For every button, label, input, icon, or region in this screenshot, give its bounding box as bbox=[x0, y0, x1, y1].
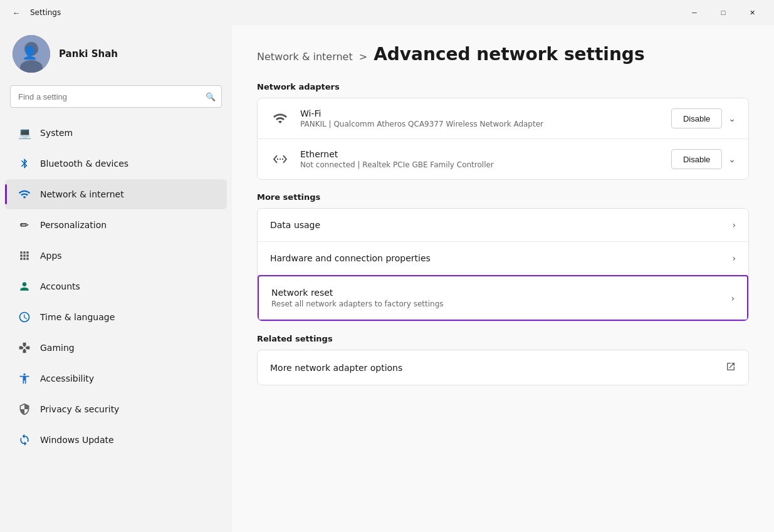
close-button[interactable]: ✕ bbox=[738, 3, 766, 23]
personalization-icon: ✏️ bbox=[18, 218, 31, 232]
sidebar-item-apps[interactable]: Apps bbox=[5, 241, 227, 271]
adapters-list: Wi-Fi PANKIL | Qualcomm Atheros QCA9377 … bbox=[257, 98, 749, 180]
adapters-section-label: Network adapters bbox=[257, 82, 749, 91]
sidebar-label-personalization: Personalization bbox=[40, 220, 107, 230]
privacy-icon bbox=[18, 402, 31, 416]
sidebar-label-update: Windows Update bbox=[40, 435, 114, 445]
data-usage-row[interactable]: Data usage › bbox=[258, 209, 748, 242]
avatar: 👤 bbox=[13, 35, 50, 73]
wifi-actions: Disable ⌄ bbox=[671, 108, 736, 128]
external-link-icon bbox=[726, 362, 736, 373]
sidebar-label-bluetooth: Bluetooth & devices bbox=[40, 159, 128, 169]
ethernet-chevron-icon: ⌄ bbox=[728, 154, 736, 164]
network-reset-subtitle: Reset all network adapters to factory se… bbox=[271, 300, 731, 308]
related-settings-list: More network adapter options bbox=[257, 350, 749, 385]
search-box: 🔍 bbox=[10, 85, 222, 108]
accessibility-icon bbox=[18, 372, 31, 385]
data-usage-chevron: › bbox=[732, 220, 736, 230]
hardware-props-text: Hardware and connection properties bbox=[270, 253, 732, 263]
sidebar-item-system[interactable]: 💻 System bbox=[5, 118, 227, 148]
network-icon bbox=[18, 187, 31, 201]
search-input[interactable] bbox=[10, 85, 222, 108]
sidebar-label-time: Time & language bbox=[40, 312, 115, 322]
adapter-ethernet-row[interactable]: Ethernet Not connected | Realtek PCIe GB… bbox=[258, 139, 748, 179]
wifi-text: Wi-Fi PANKIL | Qualcomm Atheros QCA9377 … bbox=[300, 108, 661, 128]
sidebar-label-system: System bbox=[40, 128, 73, 138]
wifi-title: Wi-Fi bbox=[300, 108, 661, 118]
more-adapter-options-text: More network adapter options bbox=[270, 363, 726, 373]
ethernet-text: Ethernet Not connected | Realtek PCIe GB… bbox=[300, 149, 661, 169]
update-icon bbox=[18, 433, 31, 447]
sidebar-label-accessibility: Accessibility bbox=[40, 373, 94, 383]
ethernet-subtitle: Not connected | Realtek PCIe GBE Family … bbox=[300, 160, 661, 169]
adapter-wifi-row[interactable]: Wi-Fi PANKIL | Qualcomm Atheros QCA9377 … bbox=[258, 98, 748, 139]
sidebar-item-time[interactable]: Time & language bbox=[5, 302, 227, 332]
sidebar-label-accounts: Accounts bbox=[40, 281, 80, 291]
sidebar-nav: 💻 System Bluetooth & devices Network & i… bbox=[0, 118, 232, 455]
network-reset-title: Network reset bbox=[271, 288, 731, 298]
hardware-props-chevron: › bbox=[732, 253, 736, 263]
minimize-button[interactable]: ─ bbox=[680, 3, 709, 23]
app-title: Settings bbox=[30, 8, 61, 17]
data-usage-text: Data usage bbox=[270, 220, 732, 230]
breadcrumb-separator: > bbox=[359, 51, 367, 63]
sidebar-label-gaming: Gaming bbox=[40, 343, 75, 353]
sidebar-label-network: Network & internet bbox=[40, 189, 124, 199]
wifi-chevron-icon: ⌄ bbox=[728, 113, 736, 123]
accounts-icon bbox=[18, 279, 31, 293]
sidebar-item-personalization[interactable]: ✏️ Personalization bbox=[5, 210, 227, 240]
more-adapter-options-row[interactable]: More network adapter options bbox=[258, 350, 748, 385]
data-usage-title: Data usage bbox=[270, 220, 732, 230]
sidebar-item-update[interactable]: Windows Update bbox=[5, 425, 227, 455]
sidebar-item-accounts[interactable]: Accounts bbox=[5, 271, 227, 301]
sidebar: 👤 Panki Shah 🔍 💻 System Bluetooth & devi… bbox=[0, 25, 232, 532]
main-content: Network & internet > Advanced network se… bbox=[232, 25, 774, 532]
svg-text:👤: 👤 bbox=[22, 45, 38, 60]
page-header: Network & internet > Advanced network se… bbox=[257, 44, 749, 65]
sidebar-item-network[interactable]: Network & internet bbox=[5, 179, 227, 209]
more-settings-label: More settings bbox=[257, 192, 749, 202]
sidebar-item-bluetooth[interactable]: Bluetooth & devices bbox=[5, 149, 227, 179]
wifi-disable-button[interactable]: Disable bbox=[671, 108, 722, 128]
titlebar: ← Settings ─ □ ✕ bbox=[0, 0, 774, 25]
more-settings-list: Data usage › Hardware and connection pro… bbox=[257, 208, 749, 321]
ethernet-disable-button[interactable]: Disable bbox=[671, 149, 722, 169]
wifi-subtitle: PANKIL | Qualcomm Atheros QCA9377 Wirele… bbox=[300, 120, 661, 128]
sidebar-item-gaming[interactable]: Gaming bbox=[5, 333, 227, 363]
more-adapter-options-title: More network adapter options bbox=[270, 363, 726, 373]
maximize-button[interactable]: □ bbox=[709, 3, 738, 23]
breadcrumb-parent[interactable]: Network & internet bbox=[257, 51, 353, 63]
ethernet-icon bbox=[270, 149, 290, 169]
sidebar-label-privacy: Privacy & security bbox=[40, 404, 119, 414]
sidebar-label-apps: Apps bbox=[40, 251, 62, 261]
time-icon bbox=[18, 310, 31, 324]
network-reset-row[interactable]: Network reset Reset all network adapters… bbox=[258, 275, 748, 321]
app-body: 👤 Panki Shah 🔍 💻 System Bluetooth & devi… bbox=[0, 25, 774, 532]
system-icon: 💻 bbox=[18, 126, 31, 140]
network-reset-chevron: › bbox=[731, 293, 735, 303]
gaming-icon bbox=[18, 341, 31, 355]
bluetooth-icon bbox=[18, 157, 31, 170]
back-button[interactable]: ← bbox=[8, 4, 25, 21]
apps-icon bbox=[18, 249, 31, 263]
page-title: Advanced network settings bbox=[374, 44, 644, 65]
hardware-props-title: Hardware and connection properties bbox=[270, 253, 732, 263]
sidebar-item-privacy[interactable]: Privacy & security bbox=[5, 394, 227, 424]
hardware-props-row[interactable]: Hardware and connection properties › bbox=[258, 242, 748, 275]
ethernet-actions: Disable ⌄ bbox=[671, 149, 736, 169]
user-profile: 👤 Panki Shah bbox=[0, 25, 232, 85]
related-settings-label: Related settings bbox=[257, 334, 749, 343]
wifi-icon bbox=[270, 108, 290, 128]
window-controls: ─ □ ✕ bbox=[680, 3, 766, 23]
ethernet-title: Ethernet bbox=[300, 149, 661, 159]
network-reset-text: Network reset Reset all network adapters… bbox=[271, 288, 731, 308]
sidebar-item-accessibility[interactable]: Accessibility bbox=[5, 363, 227, 394]
username: Panki Shah bbox=[59, 48, 118, 60]
